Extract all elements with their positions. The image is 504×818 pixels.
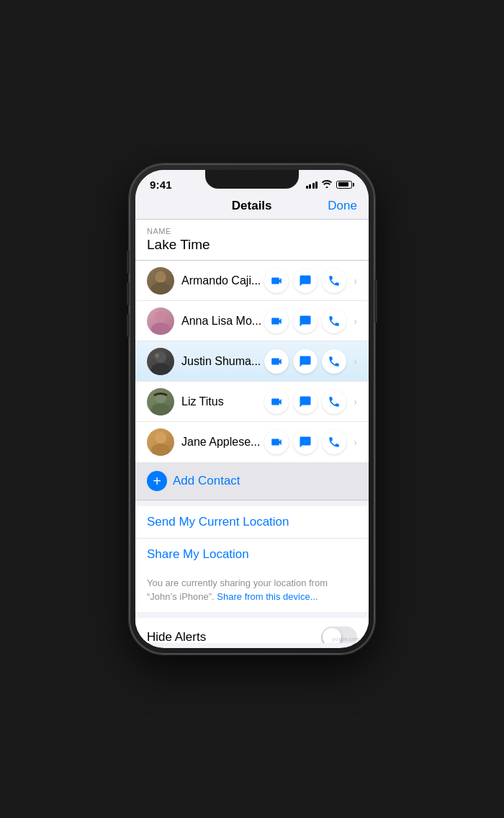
signal-icon <box>306 180 318 189</box>
phone-call-button[interactable] <box>322 390 346 414</box>
contact-actions: › <box>264 269 357 293</box>
contact-actions: › <box>264 349 357 374</box>
avatar <box>147 307 174 335</box>
share-location-button[interactable]: Share My Location <box>135 539 369 570</box>
video-call-button[interactable] <box>264 349 289 374</box>
contact-row: Jane Applese... › <box>135 422 369 462</box>
send-location-button[interactable]: Send My Current Location <box>135 506 369 539</box>
main-content: NAME Lake Time Armando Caji... <box>135 220 369 643</box>
svg-point-10 <box>151 403 170 415</box>
svg-point-11 <box>155 432 166 444</box>
avatar <box>147 388 174 415</box>
share-from-device-link[interactable]: Share from this device... <box>217 591 318 602</box>
nav-title: Details <box>232 199 272 213</box>
video-call-button[interactable] <box>264 390 289 414</box>
video-call-button[interactable] <box>264 309 289 333</box>
contact-actions: › <box>264 430 357 454</box>
notch <box>205 170 299 189</box>
svg-point-7 <box>151 363 170 375</box>
contact-row: Liz Titus › <box>135 382 369 422</box>
contact-name: Justin Shuma... <box>181 355 264 368</box>
avatar <box>147 267 174 295</box>
avatar <box>147 348 174 375</box>
message-button[interactable] <box>293 349 318 374</box>
location-section: Send My Current Location Share My Locati… <box>135 506 369 612</box>
phone-frame: 9:41 Detail <box>130 164 374 654</box>
share-location-label: Share My Location <box>147 547 249 561</box>
phone-call-button[interactable] <box>322 269 346 293</box>
contact-row: Anna Lisa Mo... › <box>135 301 369 341</box>
svg-point-5 <box>151 323 170 335</box>
svg-point-1 <box>151 282 170 295</box>
message-button[interactable] <box>293 390 318 414</box>
navigation-bar: Details Done <box>135 196 369 220</box>
battery-icon <box>336 181 354 189</box>
svg-point-12 <box>151 444 170 456</box>
avatar <box>147 428 174 456</box>
phone-screen: 9:41 Detail <box>135 170 369 648</box>
svg-point-8 <box>155 354 159 358</box>
contact-name: Jane Applese... <box>181 436 264 449</box>
video-call-button[interactable] <box>264 430 289 454</box>
watermark: yoxon.com <box>332 636 360 642</box>
svg-point-4 <box>155 311 166 323</box>
chevron-icon: › <box>354 315 357 327</box>
chevron-icon: › <box>354 396 357 408</box>
location-description: You are currently sharing your location … <box>135 570 369 612</box>
done-button[interactable]: Done <box>328 199 357 213</box>
name-label: NAME <box>147 227 357 235</box>
wifi-icon <box>321 179 333 190</box>
contact-actions: › <box>264 390 357 414</box>
contact-row: Armando Caji... › <box>135 261 369 301</box>
message-button[interactable] <box>293 430 318 454</box>
name-value: Lake Time <box>147 237 357 253</box>
message-button[interactable] <box>293 309 318 333</box>
name-section: NAME Lake Time <box>135 220 369 261</box>
contact-list: Armando Caji... › <box>135 261 369 462</box>
message-button[interactable] <box>293 269 318 293</box>
contact-name: Armando Caji... <box>181 274 264 287</box>
add-contact-label: Add Contact <box>173 474 240 488</box>
contact-name: Anna Lisa Mo... <box>181 315 264 328</box>
phone-call-button[interactable] <box>322 430 346 454</box>
video-call-button[interactable] <box>264 269 289 293</box>
send-location-label: Send My Current Location <box>147 515 289 529</box>
contact-actions: › <box>264 309 357 333</box>
status-time: 9:41 <box>150 179 172 191</box>
status-icons <box>306 179 355 190</box>
location-desc-text: You are currently sharing your location … <box>147 577 328 602</box>
svg-point-3 <box>156 271 166 280</box>
chevron-icon: › <box>354 275 357 287</box>
phone-call-button[interactable] <box>322 349 346 374</box>
add-contact-row[interactable]: + Add Contact <box>135 462 369 500</box>
add-icon: + <box>147 471 167 491</box>
contact-row: Justin Shuma... › <box>135 341 369 382</box>
phone-call-button[interactable] <box>322 309 346 333</box>
chevron-icon: › <box>354 356 357 367</box>
chevron-icon: › <box>354 436 357 448</box>
hide-alerts-label: Hide Alerts <box>147 630 206 643</box>
contact-name: Liz Titus <box>181 395 264 408</box>
